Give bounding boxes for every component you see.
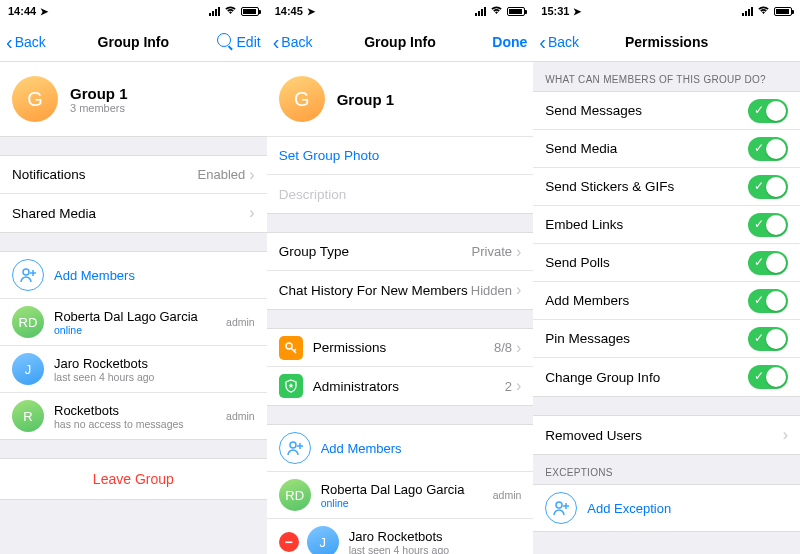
nav-title: Group Info: [66, 34, 201, 50]
group-avatar: G: [12, 76, 58, 122]
permission-label: Send Polls: [545, 255, 748, 270]
back-button[interactable]: ‹ Back: [273, 32, 333, 52]
permission-toggle[interactable]: ✓: [748, 365, 788, 389]
group-header: G Group 1 3 members: [0, 62, 267, 137]
wifi-icon: [490, 5, 503, 17]
wifi-icon: [757, 5, 770, 17]
add-members-button[interactable]: Add Members: [0, 252, 267, 299]
group-header: G Group 1: [267, 62, 534, 137]
location-icon: ➤: [307, 6, 315, 17]
screen-group-info-edit: 14:45 ➤ ‹ Back Group Info Done G: [267, 0, 534, 554]
chevron-right-icon: ›: [516, 243, 521, 261]
member-name: Jaro Rocketbots: [54, 356, 255, 371]
member-row[interactable]: RRocketbotshas no access to messagesadmi…: [0, 393, 267, 439]
section-header: WHAT CAN MEMBERS OF THIS GROUP DO?: [533, 62, 800, 91]
permission-toggle[interactable]: ✓: [748, 251, 788, 275]
member-avatar: J: [12, 353, 44, 385]
permission-row: Add Members✓: [533, 282, 800, 320]
section-header-exceptions: EXCEPTIONS: [533, 455, 800, 484]
chevron-right-icon: ›: [516, 339, 521, 357]
search-button[interactable]: [217, 33, 235, 50]
member-status: last seen 4 hours ago: [349, 544, 522, 555]
set-group-photo-button[interactable]: Set Group Photo: [267, 137, 534, 175]
nav-title: Permissions: [599, 34, 734, 50]
group-name-input[interactable]: Group 1: [337, 91, 395, 108]
permission-toggle[interactable]: ✓: [748, 137, 788, 161]
add-user-icon: [12, 259, 44, 291]
status-bar: 14:44 ➤: [0, 0, 267, 22]
chevron-right-icon: ›: [516, 377, 521, 395]
permission-toggle[interactable]: ✓: [748, 175, 788, 199]
permission-row: Send Media✓: [533, 130, 800, 168]
chevron-left-icon: ‹: [273, 32, 280, 52]
permission-label: Pin Messages: [545, 331, 748, 346]
permission-label: Change Group Info: [545, 370, 748, 385]
permission-toggle[interactable]: ✓: [748, 213, 788, 237]
edit-button[interactable]: Edit: [237, 34, 261, 50]
chevron-right-icon: ›: [249, 204, 254, 222]
add-exception-button[interactable]: Add Exception: [533, 485, 800, 531]
permission-row: Send Stickers & GIFs✓: [533, 168, 800, 206]
done-button[interactable]: Done: [492, 34, 527, 50]
permission-label: Add Members: [545, 293, 748, 308]
group-name: Group 1: [70, 85, 128, 102]
member-row[interactable]: RDRoberta Dal Lago Garciaonlineadmin: [267, 472, 534, 519]
row-administrators[interactable]: Administrators 2 ›: [267, 367, 534, 405]
add-members-button[interactable]: Add Members: [267, 425, 534, 472]
member-name: Roberta Dal Lago Garcia: [54, 309, 216, 324]
permission-toggle[interactable]: ✓: [748, 327, 788, 351]
row-permissions[interactable]: Permissions 8/8 ›: [267, 329, 534, 367]
description-input[interactable]: Description: [267, 175, 534, 213]
member-name: Rocketbots: [54, 403, 216, 418]
remove-member-icon[interactable]: −: [279, 532, 299, 552]
add-user-icon: [279, 432, 311, 464]
chevron-left-icon: ‹: [6, 32, 13, 52]
row-notifications[interactable]: Notifications Enabled ›: [0, 156, 267, 194]
row-removed-users[interactable]: Removed Users ›: [533, 416, 800, 454]
chevron-left-icon: ‹: [539, 32, 546, 52]
member-row[interactable]: RDRoberta Dal Lago Garciaonlineadmin: [0, 299, 267, 346]
member-row[interactable]: JJaro Rocketbotslast seen 4 hours ago: [0, 346, 267, 393]
signal-icon: [209, 7, 220, 16]
member-status: last seen 4 hours ago: [54, 371, 255, 383]
member-avatar: RD: [12, 306, 44, 338]
member-avatar: J: [307, 526, 339, 554]
row-group-type[interactable]: Group Type Private ›: [267, 233, 534, 271]
permission-label: Send Media: [545, 141, 748, 156]
svg-point-6: [290, 442, 296, 448]
search-icon: [217, 33, 231, 47]
row-chat-history[interactable]: Chat History For New Members Hidden ›: [267, 271, 534, 309]
screen-permissions: 15:31 ➤ ‹ Back Permissions WHAT CAN MEMB…: [533, 0, 800, 554]
status-time: 14:44: [8, 5, 36, 17]
svg-point-9: [556, 502, 562, 508]
screen-group-info-view: 14:44 ➤ ‹ Back Group Info Edit G Gr: [0, 0, 267, 554]
nav-title: Group Info: [333, 34, 468, 50]
signal-icon: [742, 7, 753, 16]
permission-toggle[interactable]: ✓: [748, 99, 788, 123]
member-name: Jaro Rocketbots: [349, 529, 522, 544]
member-status: online: [54, 324, 216, 336]
leave-group-button[interactable]: Leave Group: [0, 459, 267, 499]
chevron-right-icon: ›: [249, 166, 254, 184]
svg-point-0: [23, 269, 29, 275]
location-icon: ➤: [573, 6, 581, 17]
member-row[interactable]: −JJaro Rocketbotslast seen 4 hours ago: [267, 519, 534, 554]
svg-line-5: [294, 349, 296, 351]
group-subtitle: 3 members: [70, 102, 128, 114]
row-shared-media[interactable]: Shared Media ›: [0, 194, 267, 232]
admin-badge: admin: [226, 410, 255, 422]
key-icon: [279, 336, 303, 360]
permission-label: Send Stickers & GIFs: [545, 179, 748, 194]
member-status: has no access to messages: [54, 418, 216, 430]
back-button[interactable]: ‹ Back: [6, 32, 66, 52]
back-button[interactable]: ‹ Back: [539, 32, 599, 52]
nav-bar: ‹ Back Group Info Done: [267, 22, 534, 62]
group-avatar[interactable]: G: [279, 76, 325, 122]
member-status: online: [321, 497, 483, 509]
member-name: Roberta Dal Lago Garcia: [321, 482, 483, 497]
chevron-right-icon: ›: [783, 426, 788, 444]
status-time: 14:45: [275, 5, 303, 17]
status-bar: 15:31 ➤: [533, 0, 800, 22]
chevron-right-icon: ›: [516, 281, 521, 299]
permission-toggle[interactable]: ✓: [748, 289, 788, 313]
